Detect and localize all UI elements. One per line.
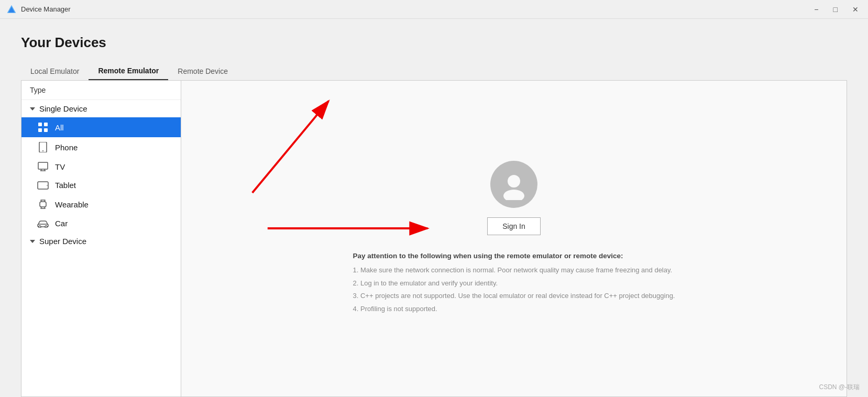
svg-point-7 <box>42 150 43 151</box>
app-logo-icon <box>6 4 17 15</box>
close-button[interactable]: ✕ <box>849 5 862 14</box>
notice-block: Pay attention to the following when usin… <box>353 252 675 316</box>
svg-rect-4 <box>38 128 42 132</box>
svg-point-24 <box>508 175 520 188</box>
super-device-label: Super Device <box>39 237 86 246</box>
svg-rect-3 <box>44 123 48 126</box>
svg-point-25 <box>503 190 524 200</box>
car-icon <box>37 219 49 228</box>
svg-rect-5 <box>44 128 48 132</box>
notice-item-3: 3. C++ projects are not supported. Use t… <box>353 291 675 301</box>
svg-point-22 <box>39 226 41 228</box>
svg-line-28 <box>252 101 328 193</box>
sidebar-item-tablet[interactable]: Tablet <box>21 176 181 194</box>
notice-item-1: 1. Make sure the network connection is n… <box>353 265 675 275</box>
sidebar-item-tv[interactable]: TV <box>21 157 181 176</box>
svg-rect-14 <box>40 202 46 207</box>
app-title: Device Manager <box>21 5 71 13</box>
all-label: All <box>55 123 64 132</box>
svg-point-13 <box>47 185 48 186</box>
phone-label: Phone <box>55 143 78 152</box>
minimize-button[interactable]: − <box>811 5 821 14</box>
svg-point-23 <box>45 226 47 228</box>
car-label: Car <box>55 219 68 228</box>
sidebar-item-all[interactable]: All <box>21 117 181 137</box>
super-device-section[interactable]: Super Device <box>21 233 181 250</box>
single-device-label: Single Device <box>39 104 87 113</box>
wearable-label: Wearable <box>55 200 89 209</box>
tablet-icon <box>37 181 49 190</box>
sidebar: Type Single Device All <box>21 81 181 396</box>
tv-label: TV <box>55 162 65 171</box>
window-controls: − □ ✕ <box>811 5 862 14</box>
svg-rect-8 <box>38 162 48 169</box>
chevron-down-icon <box>30 107 35 111</box>
sidebar-type-header: Type <box>21 81 181 100</box>
sidebar-item-wearable[interactable]: Wearable <box>21 194 181 214</box>
notice-item-2: 2. Log in to the emulator and verify you… <box>353 278 675 289</box>
avatar <box>490 161 537 208</box>
watch-icon <box>37 199 49 209</box>
sign-in-button[interactable]: Sign In <box>487 217 541 235</box>
watermark: CSDN @-联瑞 <box>819 383 860 392</box>
content-area: Type Single Device All <box>21 80 847 397</box>
phone-icon <box>37 142 49 152</box>
title-bar: Device Manager − □ ✕ <box>0 0 868 19</box>
annotation-arrows <box>181 81 847 396</box>
tablet-label: Tablet <box>55 181 76 190</box>
avatar-icon <box>498 169 530 200</box>
maximize-button[interactable]: □ <box>830 5 841 14</box>
app-body: Your Devices Local Emulator Remote Emula… <box>0 19 868 397</box>
svg-rect-12 <box>38 182 48 189</box>
main-content: Sign In Pay attention to the following w… <box>181 81 847 396</box>
super-device-chevron-icon <box>30 240 35 243</box>
notice-title: Pay attention to the following when usin… <box>353 252 675 260</box>
tv-icon <box>37 162 49 171</box>
tab-bar: Local Emulator Remote Emulator Remote De… <box>21 62 847 80</box>
sidebar-item-phone[interactable]: Phone <box>21 137 181 157</box>
tab-local-emulator[interactable]: Local Emulator <box>21 62 89 80</box>
notice-item-4: 4. Profiling is not supported. <box>353 304 675 314</box>
notice-list: 1. Make sure the network connection is n… <box>353 265 675 314</box>
title-bar-left: Device Manager <box>6 4 71 15</box>
page-title: Your Devices <box>21 35 847 51</box>
single-device-section[interactable]: Single Device <box>21 100 181 117</box>
tab-remote-emulator[interactable]: Remote Emulator <box>89 62 168 80</box>
svg-rect-2 <box>38 123 42 126</box>
sidebar-item-car[interactable]: Car <box>21 214 181 233</box>
tab-remote-device[interactable]: Remote Device <box>168 62 237 80</box>
all-icon <box>37 122 49 133</box>
